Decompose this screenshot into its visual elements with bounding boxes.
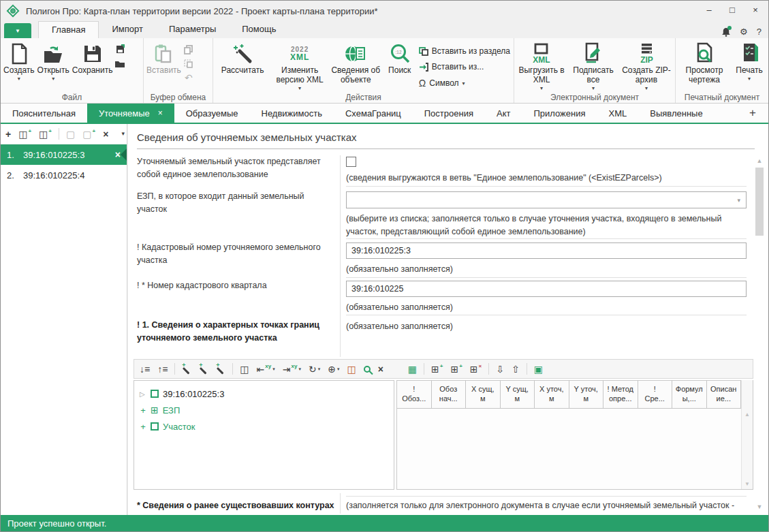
- move-row-down-icon[interactable]: ⇩: [495, 362, 505, 377]
- scroll-up-icon[interactable]: ▲: [744, 411, 750, 418]
- add-tab-button[interactable]: +: [737, 104, 768, 123]
- calculate-button[interactable]: Рассчитать: [215, 40, 270, 76]
- form-scrollbar[interactable]: ▲ ▼: [754, 155, 765, 512]
- sidebar-menu-icon[interactable]: ▾: [121, 130, 125, 137]
- print-button[interactable]: Печать ▾: [732, 40, 767, 82]
- table-column-header-8[interactable]: Формулы,...: [672, 381, 707, 408]
- settings-gears-icon[interactable]: ⚙: [740, 27, 748, 37]
- cad-num-input[interactable]: [346, 242, 747, 259]
- doc-tab-7[interactable]: Приложения: [522, 104, 597, 123]
- open-button[interactable]: Открыть ▾: [36, 40, 71, 82]
- save-as-icon[interactable]: [114, 44, 126, 54]
- recent-folder-icon[interactable]: [114, 58, 126, 69]
- help-icon[interactable]: ?: [757, 27, 762, 37]
- close-button[interactable]: ×: [744, 1, 767, 18]
- maximize-table-icon[interactable]: ▣: [533, 362, 544, 377]
- table-column-header-1[interactable]: Обознач...: [432, 381, 467, 408]
- tree-node-parcel[interactable]: ▷39:16:010225:3: [140, 386, 388, 402]
- sign-all-button[interactable]: Подписать все ▾: [567, 40, 619, 91]
- notifications-bell-icon[interactable]: [721, 27, 731, 37]
- table-column-header-5[interactable]: Y уточ,м: [569, 381, 604, 408]
- scale-contour-icon[interactable]: ⊕▾: [327, 362, 340, 377]
- table-column-header-6[interactable]: ! Методопре...: [603, 381, 638, 408]
- parcel-list-item-1[interactable]: 2.39:16:010225:4: [1, 165, 127, 185]
- contours-tree-panel[interactable]: ▷39:16:010225:3+⊞ЕЗП+Участок: [134, 380, 394, 490]
- tree-add-icon[interactable]: +: [140, 405, 146, 416]
- import-xy-icon[interactable]: ⇤xy▾: [256, 362, 276, 377]
- maximize-button[interactable]: □: [721, 1, 744, 18]
- doc-tab-6[interactable]: Акт: [485, 104, 522, 123]
- table-column-header-9[interactable]: Описание...: [707, 381, 741, 408]
- calc-precision-wand-icon[interactable]: [215, 362, 226, 377]
- app-menu-button[interactable]: ▼: [4, 23, 31, 38]
- parcel-list-item-0[interactable]: 1.39:16:010225:3×: [1, 144, 127, 165]
- doc-tab-5[interactable]: Построения: [413, 104, 485, 123]
- preview-drawing-button[interactable]: Просмотр чертежа: [677, 40, 732, 85]
- table-column-header-0[interactable]: !Обоз...: [397, 381, 432, 408]
- add-parcel-icon[interactable]: +: [5, 127, 12, 142]
- paste-special-icon[interactable]: [183, 58, 195, 69]
- paste-special-icon[interactable]: ▢+: [82, 127, 96, 142]
- ez-checkbox[interactable]: [346, 157, 356, 167]
- doc-tab-1[interactable]: Уточняемые×: [87, 104, 174, 123]
- doc-tab-8[interactable]: XML: [597, 104, 639, 123]
- doc-tab-4[interactable]: СхемаГраниц: [334, 104, 413, 123]
- ribbon-tab-0[interactable]: Главная: [38, 21, 99, 39]
- copy-icon[interactable]: [183, 44, 195, 54]
- tree-expander-icon[interactable]: ▷: [140, 390, 146, 398]
- tree-node-uchastok[interactable]: +Участок: [140, 418, 388, 435]
- tree-checkbox[interactable]: [151, 390, 159, 398]
- calc-points-wand-icon[interactable]: [181, 362, 192, 377]
- rotate-contour-icon[interactable]: ↻▾: [308, 362, 321, 377]
- renumber-down-icon[interactable]: ↓≡: [139, 362, 151, 377]
- export-xml-button[interactable]: XML Выгрузить в XML ▾: [516, 40, 567, 91]
- symbol-button[interactable]: Ω Символ ▾: [417, 77, 512, 89]
- scroll-down-icon[interactable]: ▼: [744, 481, 750, 487]
- minimize-button[interactable]: –: [697, 1, 721, 18]
- duplicate-group-icon[interactable]: ◫+: [38, 127, 52, 142]
- duplicate-parcel-icon[interactable]: ◫+: [18, 127, 32, 142]
- renumber-up-icon[interactable]: ↑≡: [157, 362, 168, 377]
- points-table-body[interactable]: ▲ ▼: [397, 409, 753, 489]
- insert-row-below-icon[interactable]: ⊞+: [450, 362, 462, 377]
- table-column-header-7[interactable]: !Сре...: [638, 381, 673, 408]
- move-row-up-icon[interactable]: ⇧: [511, 362, 520, 377]
- scroll-up-icon[interactable]: ▲: [757, 155, 763, 166]
- doc-tab-2[interactable]: Образуемые: [174, 104, 250, 123]
- scrollbar-track[interactable]: [754, 166, 765, 501]
- insert-from-button[interactable]: Вставить из...: [417, 61, 512, 72]
- table-column-header-3[interactable]: Y сущ,м: [501, 381, 535, 408]
- remove-parcel-icon[interactable]: ×: [115, 149, 121, 160]
- ezp-select[interactable]: ▾: [346, 191, 747, 208]
- close-tab-icon[interactable]: ×: [158, 108, 163, 118]
- ribbon-tab-3[interactable]: Помощь: [229, 21, 289, 38]
- create-zip-button[interactable]: ZIP Создать ZIP-архив ▾: [619, 40, 674, 91]
- calc-area-wand-icon[interactable]: [198, 362, 209, 377]
- undo-icon[interactable]: ↶: [183, 72, 195, 83]
- copy-contour-icon[interactable]: ◫: [239, 362, 249, 377]
- new-button[interactable]: Создать ▾: [2, 40, 36, 82]
- export-xy-icon[interactable]: ⇥xy▾: [282, 362, 302, 377]
- save-button[interactable]: Сохранить: [71, 40, 114, 76]
- object-info-button[interactable]: Сведения об объекте: [329, 40, 383, 85]
- doc-tab-0[interactable]: Пояснительная: [1, 104, 87, 123]
- change-xml-version-button[interactable]: 2022XML Изменить версию XML ▾: [270, 40, 329, 91]
- preview-contour-icon[interactable]: [363, 362, 371, 377]
- search-button[interactable]: :12 Поиск: [383, 40, 417, 76]
- table-column-header-4[interactable]: X уточ,м: [535, 381, 569, 408]
- doc-tab-9[interactable]: Выявленные: [638, 104, 714, 123]
- paste-parcel-icon[interactable]: ▢: [65, 127, 76, 142]
- doc-tab-3[interactable]: Недвижимость: [250, 104, 334, 123]
- scrollbar-thumb[interactable]: [755, 168, 764, 236]
- quarter-input[interactable]: [346, 281, 747, 297]
- overlay-contours-icon[interactable]: ◫: [346, 362, 356, 377]
- clear-contour-icon[interactable]: ×: [377, 362, 384, 377]
- table-scrollbar[interactable]: ▲ ▼: [741, 380, 753, 489]
- table-column-header-2[interactable]: X сущ,м: [466, 381, 501, 408]
- ribbon-tab-1[interactable]: Импорт: [99, 21, 155, 38]
- insert-from-section-button[interactable]: Вставить из раздела: [417, 46, 512, 57]
- insert-row-above-icon[interactable]: ⊞+: [430, 362, 443, 377]
- delete-row-icon[interactable]: ⊞×: [469, 362, 482, 377]
- scroll-down-icon[interactable]: ▼: [757, 501, 763, 512]
- tree-node-ezp[interactable]: +⊞ЕЗП: [140, 402, 388, 418]
